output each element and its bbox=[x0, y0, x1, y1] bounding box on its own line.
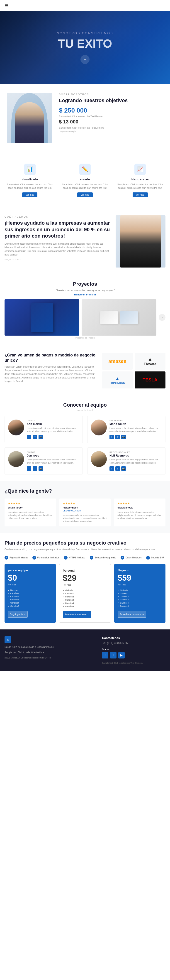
pricing-card-features-2: IlimitadoCanales1Canales2Canales3Canales… bbox=[118, 589, 162, 608]
pricing-text: Comience a usar sitio, como argumentos p… bbox=[5, 548, 165, 551]
footer-address: 20606 Muñoz Av. La underland callerio Gi… bbox=[5, 656, 97, 659]
pricing-check-icon-2: ✓ bbox=[64, 556, 68, 560]
footer-sample-text: Sample text. Click to select the Text El… bbox=[102, 662, 165, 664]
team-info-3: redes sociales Neil Reynolds Lorem ipsum… bbox=[110, 451, 162, 471]
hamburger-icon[interactable]: ☰ bbox=[5, 3, 8, 8]
pricing-card-btn-1[interactable]: Procesar Anualmente → bbox=[63, 611, 91, 618]
client-logo-elevate: ▲ Elevate bbox=[135, 353, 165, 370]
team-name-1: Maria Smith bbox=[110, 422, 162, 426]
testimonial-2: ★★★★★ olga ivanova Lorem ipsum dolor sit… bbox=[114, 498, 165, 527]
hero-section: nosotros construimos TU EXITO → bbox=[0, 11, 170, 84]
pricing-feature-5: ✓Soporte 24/7 bbox=[146, 556, 164, 560]
feature-btn-2[interactable]: ver más bbox=[133, 192, 148, 197]
footer-youtube-icon[interactable]: ▶ bbox=[118, 652, 125, 659]
mission-text: Excepteur sint occaecat cupidatat non pr… bbox=[5, 242, 111, 257]
test-name-2: olga ivanova bbox=[118, 506, 162, 509]
pricing-card-btn-2[interactable]: Proceder anualmente → bbox=[118, 611, 146, 617]
pricing-card-feature-1-3: Canales3 bbox=[63, 598, 107, 601]
about-image bbox=[7, 93, 52, 143]
hero-arrow-button[interactable]: → bbox=[81, 55, 89, 64]
mission-title: ¡Hemos ayudado a las empresas a aumentar… bbox=[5, 220, 111, 239]
test-stars-1: ★★★★★ bbox=[63, 502, 108, 505]
team-label-3: redes sociales bbox=[110, 451, 162, 453]
team-avatar-3 bbox=[91, 451, 107, 467]
team-avatar-1 bbox=[91, 420, 107, 436]
footer-logo-icon: ✉ bbox=[5, 636, 11, 643]
pricing-card-feature-2-0: Ilimitado bbox=[118, 589, 162, 592]
pricing-cards: para el equipo $0 Por mes UsuariosCanale… bbox=[5, 564, 165, 623]
team-twitter-icon-1[interactable]: 𝕋 bbox=[115, 435, 120, 439]
client-logo-amazon: amazon bbox=[102, 353, 133, 370]
pricing-feature-label-4: Datos ilimitados bbox=[126, 556, 141, 559]
pricing-card-period-0: Por mes bbox=[8, 583, 52, 586]
team-facebook-icon-2[interactable]: f bbox=[27, 466, 31, 471]
team-avatar-2 bbox=[8, 451, 24, 467]
team-member-0: ceoaa bob martin Lorem ipsum dolor sit a… bbox=[5, 416, 83, 443]
pricing-feature-label-3: Subdominios gratuito bbox=[95, 556, 116, 559]
team-instagram-icon-3[interactable]: 📷 bbox=[121, 466, 126, 471]
pricing-feature-4: ✓Datos ilimitados bbox=[121, 556, 141, 560]
feature-title-0: visualizarlo bbox=[7, 178, 53, 181]
team-label-1: directora bbox=[110, 420, 162, 422]
pricing-card-0: para el equipo $0 Por mes UsuariosCanale… bbox=[5, 564, 56, 623]
pricing-card-feature-0-0: Usuarios bbox=[8, 589, 52, 592]
testimonials-title: ¿Qué dice la gente? bbox=[5, 488, 165, 494]
footer-desc: Sample text. Click to select the text bo… bbox=[5, 651, 97, 654]
team-twitter-icon-2[interactable]: 𝕋 bbox=[33, 466, 37, 471]
team-instagram-icon-2[interactable]: 📷 bbox=[38, 466, 43, 471]
pricing-feature-0: ✓Páginas ilimitadas bbox=[5, 556, 28, 560]
feature-btn-1[interactable]: ver más bbox=[77, 192, 93, 197]
team-title: Conocer al equipo bbox=[5, 402, 165, 408]
feature-btn-0[interactable]: ver más bbox=[22, 192, 38, 197]
test-stars-0: ★★★★★ bbox=[8, 502, 52, 505]
client-logo-rising: ▲ Rising Agency bbox=[102, 371, 133, 388]
team-bio-3: Lorem ipsum dolor sit amet aliquip ullam… bbox=[110, 458, 162, 465]
about-sample-1: Sample text. Click to select the Text El… bbox=[59, 115, 163, 118]
team-instagram-icon-0[interactable]: 📷 bbox=[38, 435, 43, 439]
team-facebook-icon-0[interactable]: f bbox=[27, 435, 31, 439]
project-cards bbox=[100, 311, 138, 324]
about-person-silhouette bbox=[11, 93, 48, 143]
pricing-card-feature-0-4: Canales4 bbox=[8, 601, 52, 605]
footer-twitter-icon[interactable]: 𝕋 bbox=[110, 652, 116, 659]
team-name-0: bob martin bbox=[27, 422, 79, 426]
team-twitter-icon-0[interactable]: 𝕋 bbox=[33, 435, 37, 439]
test-name-0: estela larson bbox=[8, 506, 52, 509]
team-avatar-0 bbox=[8, 420, 24, 436]
pricing-check-icon-5: ✓ bbox=[146, 556, 150, 560]
team-social-0: f 𝕋 📷 bbox=[27, 435, 79, 439]
projects-section: Proyectos "Puedes hacer cualquier cosa q… bbox=[0, 274, 170, 346]
gallery-caption: Imagenes de Freepik bbox=[5, 337, 165, 339]
pricing-card-feature-2-2: Canales2 bbox=[118, 595, 162, 598]
team-facebook-icon-3[interactable]: f bbox=[110, 466, 114, 471]
pricing-card-features-1: IlimitadoCanales1Canales2Canales3Canales… bbox=[63, 589, 107, 608]
team-label-0: ceoaa bbox=[27, 420, 79, 422]
footer-contacts-title: Contáctenos bbox=[102, 636, 165, 640]
footer-tagline: Desde 2002, hemos ayudado a recaudar más… bbox=[5, 645, 97, 649]
mission-content: qué hacemos ¡Hemos ayudado a las empresa… bbox=[5, 215, 111, 267]
feature-icon-2: 📈 bbox=[134, 164, 146, 175]
projects-author: Benjamin Franklin bbox=[5, 293, 165, 296]
team-facebook-icon-1[interactable]: f bbox=[110, 435, 114, 439]
pricing-card-btn-0[interactable]: Seguir gratis → bbox=[8, 611, 28, 617]
testimonials-grid: ★★★★★ estela larson Lorem ipsum dolor si… bbox=[5, 498, 165, 527]
pricing-card-title-2: Negocio bbox=[118, 569, 162, 572]
feature-icon-0: 📊 bbox=[24, 164, 36, 175]
footer-social-title: Social bbox=[102, 648, 165, 651]
team-instagram-icon-1[interactable]: 📷 bbox=[121, 435, 126, 439]
footer-left: ✉ Desde 2002, hemos ayudado a recaudar m… bbox=[5, 636, 97, 664]
test-text-2: Lorem ipsum dolor sit amet, consectetur … bbox=[118, 511, 162, 520]
pricing-title: Plan de precios pequeños para su negocio… bbox=[5, 540, 165, 546]
testimonial-1: ★★★★★ nick johnson DESARROLLADOR Lorem i… bbox=[59, 498, 111, 527]
pricing-card-feature-2-4: Canales4 bbox=[118, 601, 162, 605]
clients-text: Paragraph Lorem ipsum dolor sit amet, co… bbox=[5, 365, 97, 383]
clients-title: ¿Gran volumen de pagos o modelo de negoc… bbox=[5, 353, 97, 363]
project-next-button[interactable]: › bbox=[159, 314, 165, 321]
pricing-card-period-1: Por mes bbox=[63, 584, 107, 586]
team-twitter-icon-3[interactable]: 𝕋 bbox=[115, 466, 120, 471]
clients-content: ¿Gran volumen de pagos o modelo de negoc… bbox=[5, 353, 97, 383]
feature-text-2: Sample text. Click to select the text bo… bbox=[117, 183, 163, 190]
clients-section: ¿Gran volumen de pagos o modelo de negoc… bbox=[0, 346, 170, 395]
footer-facebook-icon[interactable]: f bbox=[102, 652, 108, 659]
pricing-feature-label-2: HTTPS ilimitado bbox=[69, 556, 85, 559]
